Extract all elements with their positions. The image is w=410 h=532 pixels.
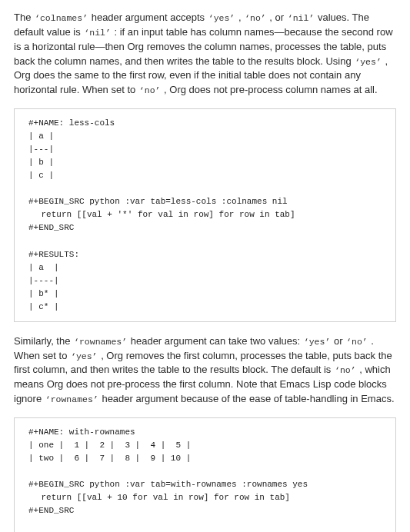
paragraph-colnames: The colnames header argument accepts yes…	[14, 11, 396, 98]
paragraph-rownames: Similarly, the rownames header argument …	[14, 334, 396, 407]
code-line: #+NAME: less-cols	[28, 118, 115, 128]
code-line: | c* |	[28, 302, 59, 311]
code-line: #+BEGIN_SRC python :var tab=with-rowname…	[28, 480, 308, 489]
code-rownames: rownames	[45, 394, 99, 404]
code-line: #+RESULTS:	[28, 250, 79, 259]
code-line: | b* |	[28, 289, 59, 298]
code-line: | c |	[28, 171, 54, 180]
code-nil: nil	[287, 13, 315, 23]
text: , Org does not pre-process column names …	[164, 84, 377, 95]
text: or	[334, 335, 345, 347]
text: header argument can take two values:	[131, 335, 303, 347]
code-no: no	[138, 85, 162, 95]
text: , or	[269, 12, 286, 23]
code-yes: yes	[208, 13, 236, 23]
code-line: | one | 1 | 2 | 3 | 4 | 5 |	[28, 441, 191, 450]
code-no: no	[334, 365, 357, 375]
code-yes: yes	[303, 337, 332, 347]
code-line: | a |	[28, 263, 59, 272]
text: header argument accepts	[92, 12, 208, 23]
code-colnames: colnames	[34, 13, 88, 23]
code-line: return [[val + '*' for val in row] for r…	[28, 208, 385, 221]
code-line: |----|	[28, 276, 59, 285]
code-line: | two | 6 | 7 | 8 | 9 | 10 |	[28, 454, 191, 463]
code-line: #+NAME: with-rownames	[28, 427, 135, 437]
codeblock-less-cols: #+NAME: less-cols | a | |---| | b | | c …	[14, 108, 396, 322]
code-line: return [[val + 10 for val in row] for ro…	[28, 491, 385, 504]
text: Similarly, the	[14, 335, 73, 347]
code-line: | a |	[28, 131, 54, 141]
code-no: no	[244, 13, 267, 23]
code-line: #+BEGIN_SRC python :var tab=less-cols :c…	[28, 197, 288, 206]
codeblock-with-rownames: #+NAME: with-rownames | one | 1 | 2 | 3 …	[14, 417, 396, 532]
code-no: no	[345, 337, 368, 347]
code-rownames: rownames	[73, 337, 128, 347]
code-line: | b |	[28, 158, 54, 167]
code-line: #+END_SRC	[28, 223, 74, 232]
code-yes: yes	[70, 351, 98, 361]
code-nil: nil	[83, 28, 112, 38]
code-line: |---|	[28, 145, 54, 154]
text: The	[14, 12, 34, 23]
code-line: #+END_SRC	[28, 506, 74, 515]
text: header argument because of the ease of t…	[102, 393, 394, 404]
code-yes: yes	[354, 57, 382, 67]
